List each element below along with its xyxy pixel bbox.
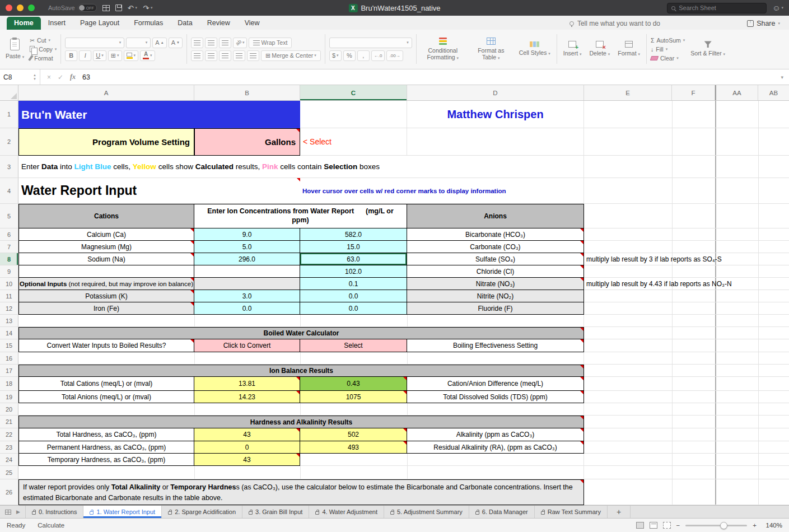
cell-d7[interactable]: Carbonate (CO₃) xyxy=(407,241,584,253)
fill-color-button[interactable]: ▾ xyxy=(124,50,139,61)
name-box-spinner[interactable]: ▲▼ xyxy=(33,73,36,81)
cells-e24-ab24[interactable] xyxy=(584,454,789,466)
increase-indent-button[interactable] xyxy=(247,50,259,61)
formula-input[interactable]: 63 xyxy=(82,73,90,81)
cells-a16-d16[interactable] xyxy=(18,352,584,365)
cells-e14-ab14[interactable] xyxy=(584,327,789,339)
tab-review[interactable]: Review xyxy=(200,17,237,30)
row-header-22[interactable]: 22 xyxy=(0,428,18,441)
autosum-button[interactable]: ΣAutoSum▾ xyxy=(651,37,685,44)
row-header-24[interactable]: 24 xyxy=(0,454,18,466)
search-sheet-input[interactable]: Search Sheet xyxy=(667,3,767,13)
sheet-tab-instructions[interactable]: 0. Instructions xyxy=(26,506,83,518)
cell-b24[interactable]: 43 xyxy=(194,454,300,466)
cells-e17-ab17[interactable] xyxy=(584,365,789,377)
conditional-formatting-button[interactable]: Conditional Formatting ▾ xyxy=(421,38,465,60)
cell-c11[interactable]: 0.0 xyxy=(300,290,407,302)
row-header-14[interactable]: 14 xyxy=(0,327,18,339)
select-all-corner[interactable] xyxy=(0,85,18,100)
wrap-text-button[interactable]: Wrap Text xyxy=(249,38,292,48)
cell-a7[interactable]: Magnesium (Mg) xyxy=(18,241,194,253)
status-calculate[interactable]: Calculate xyxy=(38,522,64,529)
page-break-view-button[interactable] xyxy=(663,522,671,529)
cell-c7[interactable]: 15.0 xyxy=(300,241,407,253)
row-header-15[interactable]: 15 xyxy=(0,339,18,352)
cell-a24[interactable]: Temporary Hardness, as CaCO₃, (ppm) xyxy=(18,454,194,466)
cell-c12[interactable]: 0.0 xyxy=(300,302,407,315)
row-header-2[interactable]: 2 xyxy=(0,128,18,156)
format-painter-button[interactable]: Format xyxy=(30,55,57,62)
sheet-tab-data-manager[interactable]: 6. Data Manager xyxy=(469,506,535,518)
align-bottom-button[interactable] xyxy=(219,38,231,48)
percent-button[interactable]: % xyxy=(343,50,356,61)
cell-b9[interactable] xyxy=(194,265,300,278)
cell-b18[interactable]: 13.81 xyxy=(194,377,300,391)
cells-e13-ab13[interactable] xyxy=(584,315,789,327)
row-header-7[interactable]: 7 xyxy=(0,241,18,253)
cell-a21-hardness-header[interactable]: Hardness and Alkalinity Results xyxy=(18,416,584,428)
row-header-1[interactable]: 1 xyxy=(0,101,18,128)
tell-me-button[interactable]: Tell me what you want to do xyxy=(569,20,660,27)
cancel-entry-button[interactable]: × xyxy=(47,73,51,81)
sheet-list-icon[interactable] xyxy=(5,510,11,515)
row-header-20[interactable]: 20 xyxy=(0,403,18,416)
cells-e18-ab18[interactable] xyxy=(584,377,789,391)
cell-c10[interactable]: 0.1 xyxy=(300,278,407,290)
row-header-19[interactable]: 19 xyxy=(0,391,18,403)
cell-c22[interactable]: 502 xyxy=(300,428,407,441)
cell-a23[interactable]: Permanent Hardness, as CaCO₃, (ppm) xyxy=(18,441,194,454)
cells-e19-ab19[interactable] xyxy=(584,391,789,403)
font-size-select[interactable]: ▾ xyxy=(126,38,151,48)
cells-e16-ab16[interactable] xyxy=(584,352,789,365)
cell-d8[interactable]: Sulfate (SO₄) xyxy=(407,253,584,265)
cells-e7-ab7[interactable] xyxy=(584,241,789,253)
sheet-tab-water-adjustment[interactable]: 4. Water Adjustment xyxy=(309,506,384,518)
add-sheet-button[interactable]: + xyxy=(608,506,631,518)
cell-a3-legend[interactable]: Enter Data into Light Blue cells, Yellow… xyxy=(18,156,584,178)
cells-e10-ab10[interactable]: multiply lab result by 4.43 if lab repor… xyxy=(584,278,789,290)
row-header-25[interactable]: 25 xyxy=(0,466,18,479)
cells-e4-ab4[interactable] xyxy=(584,178,789,204)
cell-d19[interactable]: Total Dissolved Solids (TDS) (ppm) xyxy=(407,391,584,403)
cut-button[interactable]: ✂Cut▾ xyxy=(30,37,57,44)
cells-e25-ab25[interactable] xyxy=(584,466,789,479)
cell-d9[interactable]: Chloride (Cl) xyxy=(407,265,584,278)
format-as-table-button[interactable]: Format as Table ▾ xyxy=(469,38,513,60)
redo-button[interactable]: ↷▾ xyxy=(143,4,152,12)
grow-font-button[interactable]: A▲ xyxy=(152,38,166,48)
zoom-window-button[interactable] xyxy=(28,4,35,11)
cells-e15-ab15[interactable] xyxy=(584,339,789,352)
column-header-a[interactable]: A xyxy=(18,85,194,100)
column-header-ab[interactable]: AB xyxy=(758,85,789,100)
cell-d2[interactable] xyxy=(407,128,584,156)
merge-center-button[interactable]: ⊞Merge & Center▾ xyxy=(261,50,321,61)
number-format-select[interactable]: ▾ xyxy=(329,38,412,48)
delete-cells-button[interactable]: Delete ▾ xyxy=(587,41,613,57)
cells-a25-d25[interactable] xyxy=(18,466,584,479)
insert-function-button[interactable]: fx xyxy=(70,73,76,81)
sheet-tab-grain-bill-input[interactable]: 3. Grain Bill Input xyxy=(242,506,309,518)
cells-e6-ab6[interactable] xyxy=(584,228,789,241)
sheet-tab-adjustment-summary[interactable]: 5. Adjustment Summary xyxy=(384,506,469,518)
cells-e12-ab12[interactable] xyxy=(584,302,789,315)
row-header-10[interactable]: 10 xyxy=(0,278,18,290)
underline-button[interactable]: U▾ xyxy=(93,50,106,61)
cell-d10[interactable]: Nitrate (NO₃) xyxy=(407,278,584,290)
expand-formula-bar-button[interactable]: ▾ xyxy=(781,74,789,80)
cells-e21-ab21[interactable] xyxy=(584,416,789,428)
column-header-b[interactable]: B xyxy=(194,85,300,100)
confirm-entry-button[interactable]: ✓ xyxy=(58,73,63,81)
decrease-indent-button[interactable] xyxy=(233,50,245,61)
cells-e9-ab9[interactable] xyxy=(584,265,789,278)
cell-a2-volume-label[interactable]: Program Volume Setting xyxy=(18,128,194,156)
cell-b23[interactable]: 0 xyxy=(194,441,300,454)
cell-b8[interactable]: 296.0 xyxy=(194,253,300,265)
sort-filter-button[interactable]: Sort & Filter ▾ xyxy=(688,41,727,57)
name-box[interactable]: C8 ▲▼ xyxy=(0,69,40,85)
cell-c9[interactable]: 102.0 xyxy=(300,265,407,278)
next-sheet-button[interactable]: ▶ xyxy=(16,509,20,515)
undo-button[interactable]: ↶▾ xyxy=(128,4,137,12)
row-header-4[interactable]: 4 xyxy=(0,178,18,204)
cell-a22[interactable]: Total Hardness, as CaCO₃, (ppm) xyxy=(18,428,194,441)
cell-d15[interactable]: Boiling Effectiveness Setting xyxy=(407,339,584,352)
